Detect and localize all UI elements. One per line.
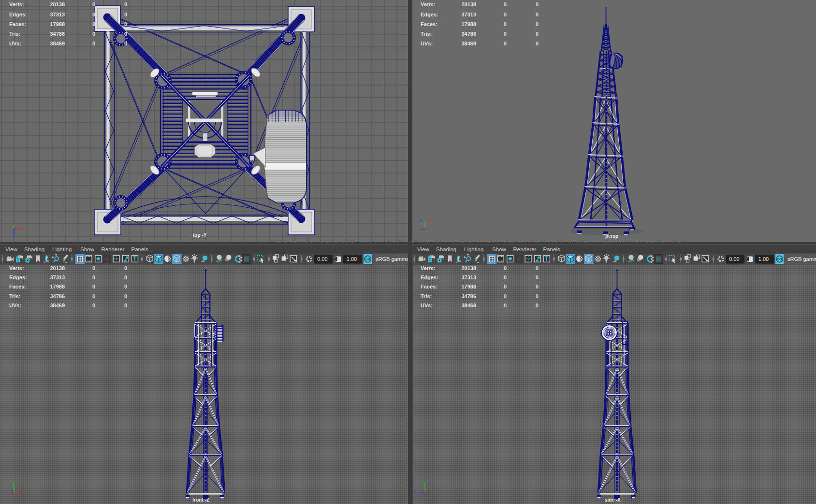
- svg-text:y: y: [12, 481, 15, 486]
- svg-text:x: x: [22, 226, 25, 231]
- svg-text:1.00: 1.00: [758, 256, 769, 262]
- svg-text:z: z: [11, 489, 14, 493]
- svg-text:z: z: [420, 218, 422, 223]
- svg-text:ON: ON: [777, 258, 782, 261]
- svg-text:x: x: [423, 489, 426, 493]
- svg-text:x: x: [429, 218, 432, 223]
- svg-text:z: z: [13, 233, 15, 238]
- svg-text:x: x: [22, 489, 24, 493]
- svg-text:y: y: [13, 223, 15, 228]
- svg-text:0.00: 0.00: [729, 256, 739, 262]
- svg-text:sRGB gamma: sRGB gamma: [787, 256, 816, 262]
- svg-text:0.00: 0.00: [317, 256, 327, 262]
- svg-text:sRGB gamma: sRGB gamma: [376, 256, 408, 262]
- svg-text:1.00: 1.00: [347, 256, 357, 262]
- svg-text:ON: ON: [365, 258, 370, 261]
- svg-text:z: z: [413, 489, 416, 493]
- svg-text:y: y: [423, 481, 426, 486]
